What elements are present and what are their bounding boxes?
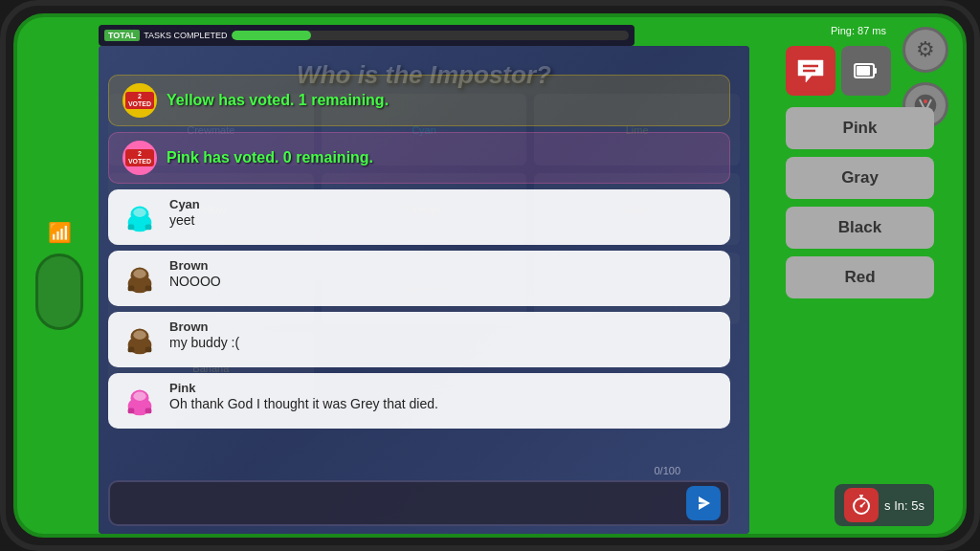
svg-rect-27 xyxy=(857,66,870,76)
voted-badge: 2VOTED xyxy=(125,92,154,110)
svg-point-32 xyxy=(860,505,863,508)
svg-rect-26 xyxy=(874,68,877,74)
brown-message-content-1: Brown NOOOO xyxy=(169,258,719,289)
char-count: 0/100 xyxy=(654,465,680,476)
timer-label: s In: 5s xyxy=(884,498,924,513)
chat-message-cyan: Cyan yeet xyxy=(108,189,730,245)
game-screen: Who is the Impostor? Crewmate Cyan Lime … xyxy=(99,46,749,534)
brown-avatar-2 xyxy=(120,320,160,360)
progress-bar-outer xyxy=(232,31,629,40)
vote-gray[interactable]: Gray xyxy=(786,157,934,199)
svg-point-19 xyxy=(133,392,145,402)
svg-rect-6 xyxy=(145,225,152,231)
pink-vote-notification: 2VOTED Pink has voted. 0 remaining. xyxy=(108,132,730,184)
voted-badge-2: 2VOTED xyxy=(125,149,154,167)
svg-rect-20 xyxy=(128,408,135,414)
brown-message-text-2: my buddy :( xyxy=(169,335,719,350)
game-frame: TOTAL TASKS COMPLETED Ping: 87 ms ⚙ 📶 xyxy=(0,0,980,551)
svg-point-14 xyxy=(133,331,145,341)
yellow-vote-text: Yellow has voted. 1 remaining. xyxy=(167,92,389,109)
cyan-message-text: yeet xyxy=(169,212,719,228)
pink-message-content: Pink Oh thank God I thought it was Grey … xyxy=(169,381,719,411)
svg-rect-21 xyxy=(145,408,152,414)
chat-message-pink: Pink Oh thank God I thought it was Grey … xyxy=(108,373,730,429)
pink-vote-text: Pink has voted. 0 remaining. xyxy=(167,149,373,166)
timer-display: s In: 5s xyxy=(835,484,934,526)
right-sidebar: Pink Gray Black Red xyxy=(786,46,934,298)
ping-display: Ping: 87 ms xyxy=(831,25,886,36)
chat-input-area: 0/100 xyxy=(108,480,730,526)
svg-rect-16 xyxy=(145,347,152,353)
brown-avatar-1 xyxy=(120,258,160,298)
vote-pink[interactable]: Pink xyxy=(786,107,934,149)
svg-rect-15 xyxy=(128,347,135,353)
svg-point-4 xyxy=(133,209,145,218)
top-bar: TOTAL TASKS COMPLETED xyxy=(99,25,635,46)
vote-black[interactable]: Black xyxy=(786,207,934,249)
tasks-label: TASKS COMPLETED xyxy=(144,31,227,40)
signal-icon: 📶 xyxy=(48,221,72,244)
cyan-message-content: Cyan yeet xyxy=(169,197,719,228)
yellow-vote-notification: 2VOTED Yellow has voted. 1 remaining. xyxy=(108,75,730,126)
svg-rect-11 xyxy=(145,286,152,292)
brown-player-name-1: Brown xyxy=(169,258,719,273)
svg-marker-22 xyxy=(699,496,710,510)
pink-message-text: Oh thank God I thought it was Grey that … xyxy=(169,396,719,411)
svg-rect-10 xyxy=(128,286,135,292)
pink-player-name: Pink xyxy=(169,381,719,395)
total-label: TOTAL xyxy=(104,30,140,41)
pink-avatar xyxy=(120,381,160,421)
brown-player-name-2: Brown xyxy=(169,320,719,334)
chat-panel: 2VOTED Yellow has voted. 1 remaining. 2V… xyxy=(108,75,730,481)
brown-message-content-2: Brown my buddy :( xyxy=(169,320,719,350)
timer-text: s In: 5s xyxy=(884,498,924,513)
joystick-button[interactable] xyxy=(35,253,83,330)
brown-message-text-1: NOOOO xyxy=(169,274,719,289)
chat-message-brown-1: Brown NOOOO xyxy=(108,251,730,306)
phone-frame: TOTAL TASKS COMPLETED Ping: 87 ms ⚙ 📶 xyxy=(13,13,967,538)
pink-vote-badge: 2VOTED xyxy=(122,141,157,175)
cyan-player-name: Cyan xyxy=(169,197,719,211)
timer-icon xyxy=(844,488,879,522)
chat-message-brown-2: Brown my buddy :( xyxy=(108,312,730,367)
progress-bar-inner xyxy=(232,31,311,40)
svg-point-9 xyxy=(133,270,145,279)
cyan-avatar xyxy=(120,197,160,237)
battery-button[interactable] xyxy=(841,46,891,96)
vote-red[interactable]: Red xyxy=(786,256,934,298)
chat-input[interactable] xyxy=(118,496,686,512)
svg-rect-5 xyxy=(128,225,135,231)
action-buttons xyxy=(786,46,934,96)
left-joystick: 📶 xyxy=(27,221,92,330)
send-button[interactable] xyxy=(686,486,721,520)
yellow-vote-badge: 2VOTED xyxy=(122,83,157,118)
chat-button[interactable] xyxy=(786,46,835,96)
